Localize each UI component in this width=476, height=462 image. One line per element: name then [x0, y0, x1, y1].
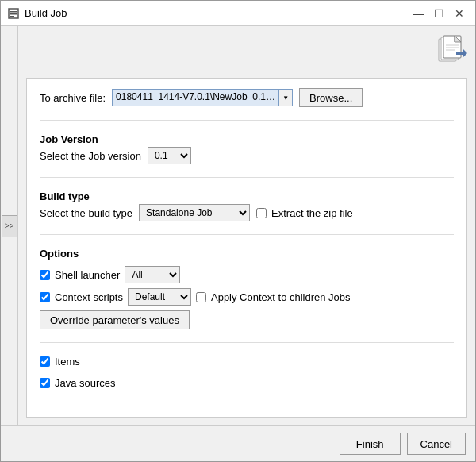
context-scripts-label: Context scripts [55, 291, 123, 303]
archive-input-combo: 0180411_1414-V7.0.1\NewJob_0.1.zip ▼ [112, 89, 293, 106]
java-sources-checkbox[interactable] [40, 378, 50, 388]
shell-launcher-select[interactable]: All Bash None [125, 266, 180, 283]
extract-zip-checkbox[interactable] [256, 208, 267, 218]
title-bar-left: Build Job [7, 7, 67, 20]
extract-zip-label: Extract the zip file [271, 207, 353, 219]
divider-3 [40, 234, 454, 235]
build-type-row: Select the build type Standalone Job Doc… [40, 204, 454, 221]
shell-launcher-label: Shell launcher [55, 269, 120, 281]
options-section: Options Shell launcher All Bash None [40, 248, 454, 329]
override-button[interactable]: Override parameter's values [40, 310, 190, 329]
collapse-button[interactable]: >> [2, 215, 17, 237]
left-panel: >> [1, 26, 18, 425]
job-version-row: Select the Job version 0.1 0.2 1.0 [40, 147, 454, 164]
title-bar: Build Job — ☐ ✕ [1, 1, 475, 26]
job-version-section: Job Version Select the Job version 0.1 0… [40, 133, 454, 164]
window-icon [7, 7, 20, 20]
shell-launcher-row: Shell launcher All Bash None [40, 266, 454, 283]
archive-file-row: To archive file: 0180411_1414-V7.0.1\New… [40, 88, 454, 107]
title-controls: — ☐ ✕ [409, 4, 469, 23]
java-sources-row: Java sources [40, 377, 454, 389]
bottom-bar: Finish Cancel [1, 425, 475, 461]
spacer [40, 398, 454, 407]
context-scripts-select[interactable]: Default Custom [128, 288, 191, 306]
top-icon-area [26, 34, 467, 71]
build-type-label: Select the build type [40, 207, 132, 219]
items-row: Items [40, 356, 454, 368]
archive-file-input[interactable]: 0180411_1414-V7.0.1\NewJob_0.1.zip [112, 89, 278, 106]
browse-button[interactable]: Browse... [299, 88, 363, 107]
window-body: >> [1, 26, 475, 425]
svg-rect-2 [10, 13, 17, 15]
divider-4 [40, 342, 454, 343]
job-version-title: Job Version [40, 133, 454, 145]
finish-button[interactable]: Finish [340, 433, 401, 455]
options-title: Options [40, 248, 454, 260]
window-title: Build Job [25, 7, 67, 19]
svg-rect-1 [10, 11, 17, 13]
apply-context-label: Apply Context to children Jobs [211, 291, 351, 303]
archive-file-label: To archive file: [40, 92, 106, 104]
items-label: Items [55, 356, 80, 368]
context-scripts-checkbox[interactable] [40, 292, 50, 302]
maximize-button[interactable]: ☐ [429, 4, 448, 23]
job-version-select[interactable]: 0.1 0.2 1.0 [148, 147, 191, 164]
apply-context-row: Apply Context to children Jobs [196, 291, 351, 303]
java-sources-label: Java sources [55, 377, 116, 389]
archive-dropdown-button[interactable]: ▼ [278, 89, 293, 106]
build-job-window: Build Job — ☐ ✕ >> [0, 0, 476, 462]
divider-1 [40, 120, 454, 121]
build-type-title: Build type [40, 191, 454, 202]
extract-zip-row: Extract the zip file [256, 207, 353, 219]
divider-2 [40, 177, 454, 178]
build-type-section: Build type Select the build type Standal… [40, 191, 454, 221]
svg-rect-3 [10, 16, 14, 17]
build-type-select[interactable]: Standalone Job Docker Image Microservice [139, 204, 250, 221]
close-button[interactable]: ✕ [450, 4, 469, 23]
job-version-label: Select the Job version [40, 150, 141, 162]
cancel-button[interactable]: Cancel [407, 433, 466, 455]
shell-launcher-checkbox[interactable] [40, 270, 50, 280]
apply-context-checkbox[interactable] [196, 292, 206, 302]
archive-icon [432, 34, 467, 71]
minimize-button[interactable]: — [409, 4, 428, 23]
override-row: Override parameter's values [40, 310, 454, 329]
form-panel: To archive file: 0180411_1414-V7.0.1\New… [26, 78, 467, 418]
main-content: To archive file: 0180411_1414-V7.0.1\New… [18, 26, 475, 425]
items-checkbox[interactable] [40, 356, 50, 367]
context-scripts-row: Context scripts Default Custom Apply Con… [40, 288, 454, 306]
